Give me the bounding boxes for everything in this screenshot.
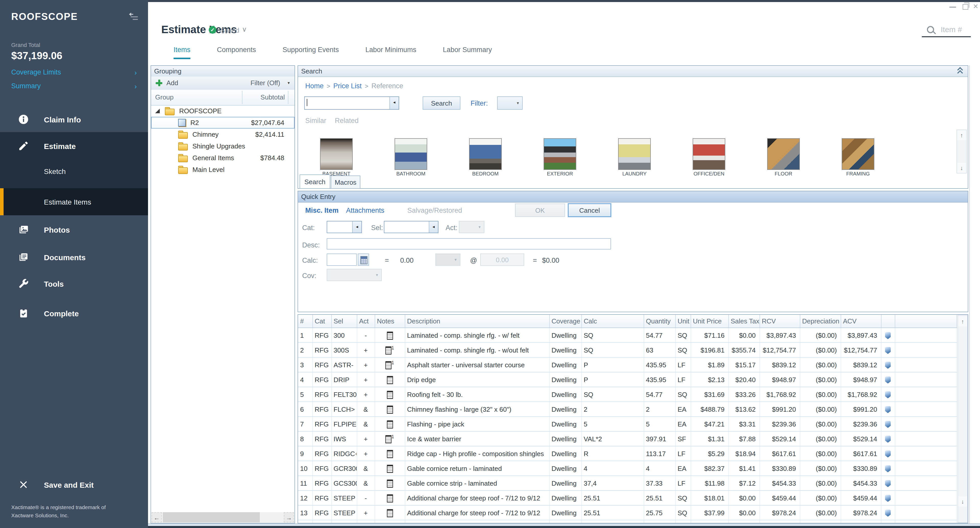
col-acv[interactable]: ACV	[841, 315, 881, 328]
filter-dropdown[interactable]	[497, 97, 523, 110]
chevron-down-icon[interactable]: ▼	[287, 81, 290, 85]
item-row[interactable]: 14 RFG STEEP> Additional charge for stee…	[298, 520, 956, 523]
tab-search[interactable]: Search	[300, 174, 330, 189]
tree-expander-icon[interactable]	[155, 109, 160, 113]
category-thumbnail-image[interactable]	[469, 138, 502, 170]
sidebar-collapse-icon[interactable]	[129, 12, 139, 21]
related-link[interactable]: Related	[335, 117, 359, 124]
grouping-filter-dropdown[interactable]: Filter (Off)	[250, 79, 280, 87]
note-icon[interactable]	[387, 465, 393, 473]
salvage-restored-link[interactable]: Salvage/Restored	[407, 207, 462, 214]
cell-notes[interactable]	[375, 490, 405, 505]
page-tab[interactable]: Components	[217, 46, 256, 59]
cell-notes[interactable]: 1	[375, 357, 405, 372]
item-number-search-input[interactable]: Item #	[941, 25, 962, 34]
col-act[interactable]: Act	[357, 315, 375, 328]
similar-link[interactable]: Similar	[305, 117, 326, 124]
col-num[interactable]: #	[298, 315, 312, 328]
calc-input[interactable]	[327, 254, 357, 266]
cell-notes[interactable]	[375, 476, 405, 490]
item-row[interactable]: 7 RFG FLPIPE & Flashing - pipe jack Dwel…	[298, 417, 956, 431]
ok-button[interactable]: OK	[515, 203, 565, 217]
sidebar-item-complete[interactable]: Complete	[0, 302, 148, 325]
note-icon[interactable]	[387, 494, 393, 503]
category-thumbnail-image[interactable]	[842, 138, 874, 170]
breadcrumb-home[interactable]: Home	[305, 82, 324, 90]
note-icon[interactable]	[387, 509, 393, 517]
cell-notes[interactable]	[375, 372, 405, 387]
col-rcv[interactable]: RCV	[759, 315, 800, 328]
window-minimize-icon[interactable]	[950, 6, 956, 8]
save-and-exit-button[interactable]: Save and Exit	[0, 473, 148, 496]
category-thumbnail-image[interactable]	[767, 138, 800, 170]
page-tab[interactable]: Supporting Events	[283, 46, 339, 59]
scroll-down-icon[interactable]: ↓	[957, 163, 966, 173]
window-restore-icon[interactable]	[963, 4, 968, 10]
calc-unit-dropdown[interactable]	[435, 254, 460, 266]
item-row[interactable]: 4 RFG DRIP + Drip edge Dwelling P 435.95…	[298, 372, 956, 387]
tree-row[interactable]: ROOFSCOPE	[151, 105, 294, 117]
tree-row[interactable]: General Items $784.48	[151, 152, 294, 164]
combo-dropdown-icon[interactable]	[429, 221, 438, 233]
tree-row[interactable]: Shingle Upgrades	[151, 140, 294, 152]
scrollbar-thumb[interactable]	[163, 512, 260, 522]
sidebar-item-estimate[interactable]: Estimate	[0, 134, 148, 158]
scroll-up-icon[interactable]: ↑	[957, 130, 966, 140]
note-icon[interactable]	[385, 435, 391, 443]
item-row[interactable]: 11 RFG GCS300 & Gable cornice strip - la…	[298, 476, 956, 490]
search-button[interactable]: Search	[423, 97, 460, 110]
cell-notes[interactable]: 1	[375, 431, 405, 446]
col-cat[interactable]: Cat	[312, 315, 331, 328]
category-thumbnail-image[interactable]	[618, 138, 651, 170]
tree-row[interactable]: R2 $27,047.64	[151, 117, 294, 128]
cell-notes[interactable]	[375, 446, 405, 461]
price-list-search-input[interactable]	[304, 97, 399, 110]
cell-notes[interactable]: 1	[375, 342, 405, 357]
col-calc[interactable]: Calc	[581, 315, 644, 328]
scroll-left-icon[interactable]: ←	[151, 512, 162, 522]
note-icon[interactable]	[387, 376, 393, 384]
cat-combo[interactable]	[327, 221, 362, 233]
item-row[interactable]: 8 RFG IWS + 1 Ice & water barrier Dwelli…	[298, 431, 956, 446]
tree-row[interactable]: Main Level	[151, 164, 294, 176]
subtotal-column-header[interactable]: Subtotal	[243, 94, 285, 101]
breadcrumb-price-list[interactable]: Price List	[333, 82, 362, 90]
combo-dropdown-icon[interactable]	[352, 221, 361, 233]
note-icon[interactable]	[387, 420, 393, 428]
col-sel[interactable]: Sel	[331, 315, 357, 328]
col-unit[interactable]: Unit	[675, 315, 690, 328]
note-icon[interactable]	[387, 480, 393, 488]
col-sales-tax[interactable]: Sales Tax	[729, 315, 759, 328]
tree-row[interactable]: Chimney $2,414.11	[151, 128, 294, 140]
sidebar-item-photos[interactable]: Photos	[0, 218, 148, 241]
attachments-link[interactable]: Attachments	[346, 207, 384, 214]
sidebar-item-documents[interactable]: Documents	[0, 246, 148, 268]
saved-dropdown-chevron-icon[interactable]: ∨	[242, 25, 247, 33]
collapse-panel-icon[interactable]	[958, 67, 963, 75]
grouping-hscrollbar[interactable]: ← →	[151, 512, 294, 522]
act-dropdown[interactable]	[459, 221, 484, 233]
combo-dropdown-icon[interactable]	[390, 97, 399, 109]
item-row[interactable]: 2 RFG 300S + 1 Laminated - comp. shingle…	[298, 342, 956, 357]
add-group-icon[interactable]	[156, 79, 162, 86]
item-row[interactable]: 1 RFG 300 - Laminated - comp. shingle rf…	[298, 328, 956, 342]
page-tab[interactable]: Items	[173, 46, 190, 59]
item-row[interactable]: 5 RFG FELT30 + Roofing felt - 30 lb. Dwe…	[298, 387, 956, 402]
cell-notes[interactable]	[375, 417, 405, 431]
category-thumbnail-image[interactable]	[320, 138, 353, 170]
scroll-up-icon[interactable]: ↑	[958, 316, 967, 327]
cell-notes[interactable]	[375, 328, 405, 342]
window-close-icon[interactable]: ✕	[973, 3, 978, 11]
scroll-down-icon[interactable]: ↓	[958, 496, 967, 507]
item-row[interactable]: 6 RFG FLCH> & Chimney flashing - large (…	[298, 402, 956, 417]
sidebar-item-claim-info[interactable]: Claim Info	[0, 108, 148, 131]
item-row[interactable]: 9 RFG RIDGC+ + Ridge cap - High profile …	[298, 446, 956, 461]
note-icon[interactable]	[387, 391, 393, 399]
desc-input[interactable]	[327, 238, 611, 249]
col-notes[interactable]: Notes	[375, 315, 405, 328]
sidebar-item-tools[interactable]: Tools	[0, 273, 148, 295]
misc-item-link[interactable]: Misc. Item	[305, 207, 339, 214]
tab-macros[interactable]: Macros	[331, 176, 360, 189]
item-row[interactable]: 10 RFG GCR300 & Gable cornice return - l…	[298, 461, 956, 476]
category-thumbnail-image[interactable]	[693, 138, 725, 170]
